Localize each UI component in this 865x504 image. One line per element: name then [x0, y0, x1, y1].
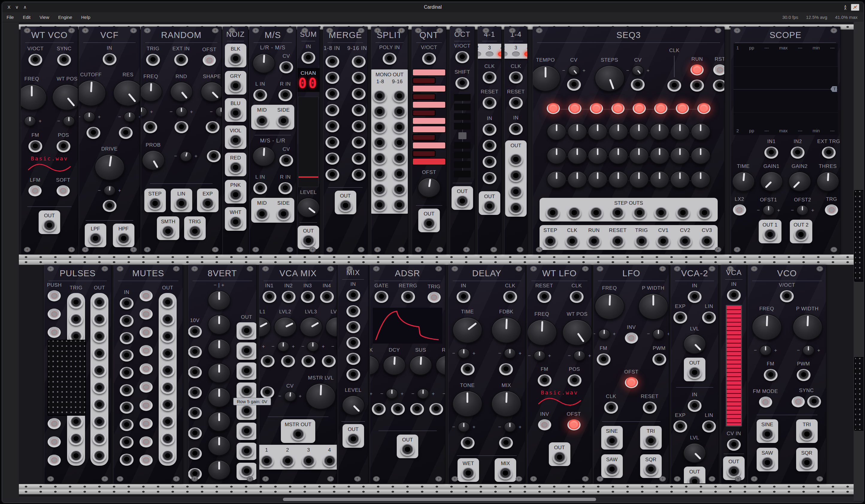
vcf-cutoff-knob[interactable]	[79, 80, 106, 106]
random-rnd-knob[interactable]	[170, 82, 193, 102]
adsr-jack-port[interactable]	[391, 403, 405, 415]
split-poly-in-port[interactable]	[383, 53, 396, 65]
delay-jack-port[interactable]	[461, 363, 475, 375]
qnt-key-9[interactable]	[412, 134, 436, 141]
qnt-key-5[interactable]	[412, 101, 446, 108]
merge-out-port[interactable]	[339, 200, 353, 212]
8vert-10v-2-port[interactable]	[188, 346, 202, 358]
seq3-gate-led-5[interactable]	[633, 103, 646, 114]
ms-side-port[interactable]	[277, 208, 290, 220]
vcf-jack-port[interactable]	[103, 200, 116, 212]
merge-jack-port[interactable]	[325, 120, 339, 132]
wt-vco-lfm-button[interactable]	[28, 185, 42, 196]
mutes-in-6-port[interactable]	[120, 384, 134, 396]
mutes-mute-button-1[interactable]	[139, 290, 153, 301]
panic-icon[interactable]: ✕	[851, 4, 859, 11]
seq3-step-6-knob[interactable]	[650, 171, 669, 188]
s4-1-jack-port[interactable]	[483, 140, 496, 152]
s4-1-jack-port[interactable]	[483, 156, 496, 168]
8vert-gain-6-knob[interactable]	[208, 411, 231, 432]
mutes-mute-button-7[interactable]	[139, 400, 153, 411]
seq3-clk-port[interactable]	[565, 236, 579, 247]
mix-in-port[interactable]	[346, 290, 360, 301]
collapse-chevrons-icon[interactable]: ∧∧	[844, 5, 847, 10]
adsr-dcy-knob[interactable]	[383, 355, 406, 375]
seq3-step-2-knob[interactable]	[567, 171, 587, 188]
qnt-v-oct-port[interactable]	[422, 53, 436, 65]
mutes-in-7-port[interactable]	[120, 402, 134, 414]
s4-1-out-port[interactable]	[483, 200, 496, 212]
qnt-key-8[interactable]	[412, 126, 446, 133]
oct-shift-port[interactable]	[455, 77, 469, 89]
mutes-in-2-port[interactable]	[120, 315, 134, 327]
qnt-key-7[interactable]	[412, 117, 446, 125]
ms-l-in-port[interactable]	[253, 182, 267, 194]
random-jack-port[interactable]	[207, 150, 221, 162]
seq3-gate-led-7[interactable]	[676, 103, 689, 114]
random-ext-in-port[interactable]	[174, 54, 188, 66]
mutes-in-8-port[interactable]	[120, 419, 134, 431]
vca-mix-cv-knob[interactable]	[284, 391, 296, 402]
seq3-step-5-knob[interactable]	[629, 171, 649, 188]
mutes-mute-button-2[interactable]	[139, 308, 153, 320]
noiz-red-port[interactable]	[229, 162, 243, 174]
seq3-step-1-knob[interactable]	[547, 123, 566, 140]
vca-mix-lvl4-knob[interactable]	[325, 317, 337, 337]
lfo-sine-port[interactable]	[605, 435, 619, 447]
8vert-out-5-port[interactable]	[240, 405, 254, 417]
pulses-out-9-port[interactable]	[93, 433, 106, 445]
s4-1-channels-led-4[interactable]	[498, 51, 501, 57]
8vert-gain-1-knob[interactable]	[208, 290, 231, 310]
seq3-steps-knob[interactable]	[595, 65, 625, 92]
sum-in-port[interactable]	[301, 52, 315, 64]
vca-mix-in2-port[interactable]	[282, 291, 296, 303]
merge-jack-port[interactable]	[325, 169, 339, 181]
8vert-out-6-port[interactable]	[240, 425, 254, 437]
vco-fm-mode-button[interactable]	[759, 397, 772, 408]
wt-lfo-out-port[interactable]	[553, 452, 566, 464]
vca-2-lin-port[interactable]	[702, 421, 716, 433]
seq3-trig-port[interactable]	[635, 236, 648, 247]
oct-oct-step--4[interactable]	[454, 94, 471, 101]
vca-2-in-port[interactable]	[688, 291, 702, 303]
split-mono-r-3-port[interactable]	[393, 121, 406, 133]
mutes-out-10-port[interactable]	[161, 450, 175, 462]
noiz-wht-port[interactable]	[229, 216, 243, 228]
split-mono-r-2-port[interactable]	[393, 106, 406, 118]
seq3-reset-port[interactable]	[611, 236, 625, 247]
random-shape-knob[interactable]	[200, 82, 222, 102]
mutes-out-9-port[interactable]	[161, 433, 175, 445]
8vert-gain-5-knob[interactable]	[208, 387, 231, 407]
vcf-lpf-port[interactable]	[89, 233, 102, 245]
lfo-fm-port[interactable]	[597, 353, 611, 365]
split-mono-l-7-port[interactable]	[373, 184, 387, 196]
vca-mix-trim-knob[interactable]	[277, 341, 289, 352]
mutes-out-2-port[interactable]	[161, 314, 175, 326]
merge-jack-port[interactable]	[352, 120, 366, 132]
mutes-out-8-port[interactable]	[161, 416, 175, 428]
seq3-step-port[interactable]	[543, 236, 557, 247]
seq3-trim-knob[interactable]	[632, 65, 644, 76]
split-mono-r-6-port[interactable]	[393, 168, 406, 180]
vca-mix-jack-port[interactable]	[301, 355, 315, 367]
random-smth-port[interactable]	[161, 226, 175, 238]
vca-mix-mstr-out-port[interactable]	[291, 429, 305, 441]
merge-jack-port[interactable]	[325, 137, 339, 149]
seq3-rst-port[interactable]	[713, 80, 725, 92]
wt-vco-sync-port[interactable]	[57, 54, 71, 66]
mutes-out-5-port[interactable]	[161, 365, 175, 377]
mutes-in-1-port[interactable]	[120, 297, 134, 309]
merge-jack-port[interactable]	[325, 72, 339, 84]
scope-lx2-button[interactable]	[733, 204, 746, 215]
merge-jack-port[interactable]	[352, 56, 366, 68]
seq3-step-4-knob[interactable]	[608, 123, 628, 140]
seq3-step-out-7-port[interactable]	[676, 207, 690, 219]
lfo-reset-port[interactable]	[643, 402, 657, 414]
random-prob-knob[interactable]	[142, 150, 165, 170]
seq3-gate-led-2[interactable]	[568, 103, 581, 114]
mutes-mute-button-3[interactable]	[139, 327, 153, 338]
merge-jack-port[interactable]	[352, 104, 366, 116]
seq3-gate-led-4[interactable]	[611, 103, 625, 114]
adsr-retrg-port[interactable]	[401, 291, 415, 303]
pulses-trig-9-port[interactable]	[69, 433, 83, 445]
